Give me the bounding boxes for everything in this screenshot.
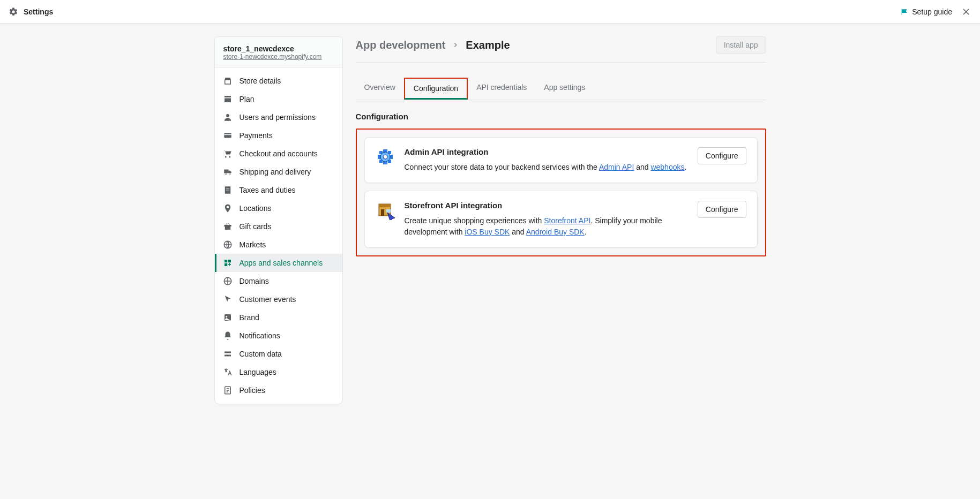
android-buy-sdk-link[interactable]: Android Buy SDK — [526, 228, 585, 236]
nav-users[interactable]: Users and permissions — [215, 108, 342, 126]
gear-pixel-icon — [376, 147, 395, 167]
settings-nav: Store details Plan Users and permissions… — [215, 67, 342, 404]
store-url[interactable]: store-1-newcdexce.myshopify.com — [223, 53, 334, 61]
nav-custom-data[interactable]: Custom data — [215, 345, 342, 363]
svg-rect-1 — [224, 133, 231, 138]
storefront-api-desc: Create unique shopping experiences with … — [405, 215, 688, 238]
domain-icon — [222, 276, 233, 286]
admin-api-link[interactable]: Admin API — [599, 163, 634, 171]
admin-api-configure-button[interactable]: Configure — [698, 147, 746, 164]
flag-icon — [900, 7, 909, 16]
storefront-api-card: Storefront API integration Create unique… — [364, 191, 758, 248]
nav-locations[interactable]: Locations — [215, 199, 342, 217]
svg-point-4 — [229, 173, 230, 175]
nav-shipping[interactable]: Shipping and delivery — [215, 163, 342, 181]
breadcrumb: App development Example Install app — [356, 36, 766, 63]
tab-api-credentials[interactable]: API credentials — [468, 78, 535, 100]
data-icon — [222, 349, 233, 359]
admin-api-card: Admin API integration Connect your store… — [364, 137, 758, 183]
settings-sidebar: store_1_newcdexce store-1-newcdexce.mysh… — [214, 36, 343, 404]
svg-point-27 — [383, 155, 387, 159]
nav-checkout[interactable]: Checkout and accounts — [215, 145, 342, 163]
configuration-highlight: Admin API integration Connect your store… — [356, 128, 766, 256]
payments-icon — [222, 130, 233, 141]
nav-brand[interactable]: Brand — [215, 308, 342, 327]
nav-domains[interactable]: Domains — [215, 272, 342, 290]
breadcrumb-current: Example — [466, 39, 510, 51]
svg-rect-15 — [225, 352, 231, 353]
svg-point-3 — [225, 173, 226, 175]
store-icon — [222, 75, 233, 86]
storefront-pixel-icon — [376, 201, 395, 220]
main-content: App development Example Install app Over… — [356, 36, 766, 256]
svg-rect-16 — [225, 355, 231, 357]
svg-point-0 — [226, 114, 229, 117]
cursor-icon — [222, 294, 233, 305]
topbar-title: Settings — [24, 7, 53, 16]
nav-languages[interactable]: Languages — [215, 363, 342, 381]
taxes-icon — [222, 185, 233, 195]
gift-icon — [222, 221, 233, 232]
brand-icon — [222, 312, 233, 323]
install-app-button[interactable]: Install app — [716, 36, 766, 54]
setup-guide-label: Setup guide — [912, 7, 952, 16]
settings-gear-icon — [9, 7, 18, 17]
truck-icon — [222, 167, 233, 177]
chevron-right-icon — [452, 41, 459, 49]
storefront-api-title: Storefront API integration — [405, 201, 688, 210]
nav-customer-events[interactable]: Customer events — [215, 290, 342, 308]
svg-rect-9 — [225, 260, 227, 262]
tab-configuration[interactable]: Configuration — [404, 78, 468, 100]
plan-icon — [222, 94, 233, 104]
admin-api-title: Admin API integration — [405, 147, 688, 156]
tabs: Overview Configuration API credentials A… — [356, 78, 766, 100]
bell-icon — [222, 330, 233, 341]
user-icon — [222, 112, 233, 123]
globe-icon — [222, 239, 233, 250]
apps-icon — [222, 258, 233, 268]
policy-icon — [222, 385, 233, 396]
svg-rect-29 — [379, 204, 391, 207]
close-icon[interactable] — [961, 6, 971, 17]
nav-store-details[interactable]: Store details — [215, 72, 342, 90]
storefront-api-configure-button[interactable]: Configure — [698, 201, 746, 218]
tab-overview[interactable]: Overview — [356, 78, 404, 100]
tab-app-settings[interactable]: App settings — [535, 78, 594, 100]
setup-guide-link[interactable]: Setup guide — [900, 7, 952, 16]
nav-apps[interactable]: Apps and sales channels — [215, 254, 342, 272]
nav-payments[interactable]: Payments — [215, 126, 342, 145]
nav-policies[interactable]: Policies — [215, 381, 342, 399]
pin-icon — [222, 203, 233, 214]
admin-api-desc: Connect your store data to your backend … — [405, 162, 688, 173]
breadcrumb-parent[interactable]: App development — [356, 39, 446, 51]
cart-icon — [222, 148, 233, 159]
nav-markets[interactable]: Markets — [215, 236, 342, 254]
storefront-api-link[interactable]: Storefront API — [544, 216, 590, 225]
svg-rect-2 — [224, 134, 231, 135]
svg-point-14 — [226, 316, 227, 317]
ios-buy-sdk-link[interactable]: iOS Buy SDK — [465, 228, 510, 236]
svg-rect-30 — [381, 209, 384, 216]
svg-rect-11 — [225, 263, 227, 266]
nav-taxes[interactable]: Taxes and duties — [215, 181, 342, 199]
nav-gift-cards[interactable]: Gift cards — [215, 217, 342, 236]
store-info: store_1_newcdexce store-1-newcdexce.mysh… — [215, 37, 342, 67]
webhooks-link[interactable]: webhooks — [650, 163, 684, 171]
nav-notifications[interactable]: Notifications — [215, 327, 342, 345]
svg-rect-10 — [228, 260, 230, 262]
language-icon — [222, 367, 233, 377]
store-name: store_1_newcdexce — [223, 44, 334, 53]
section-title: Configuration — [356, 112, 766, 121]
topbar: Settings Setup guide — [0, 0, 980, 24]
nav-plan[interactable]: Plan — [215, 90, 342, 108]
